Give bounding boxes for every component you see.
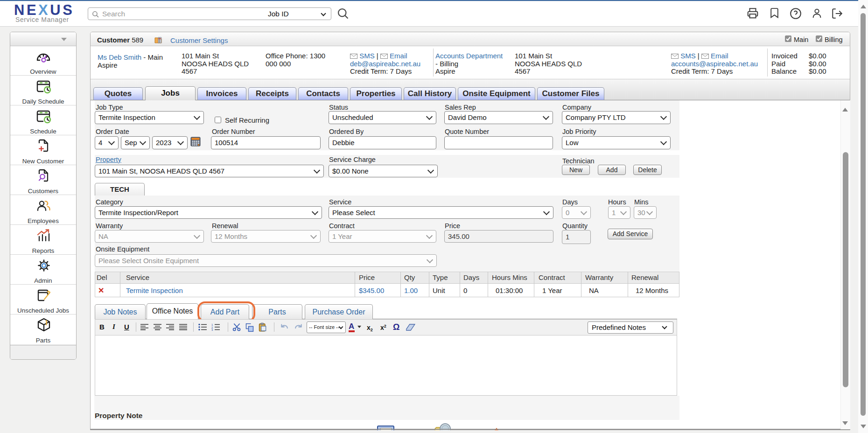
svg-text:3: 3 [211, 328, 213, 331]
